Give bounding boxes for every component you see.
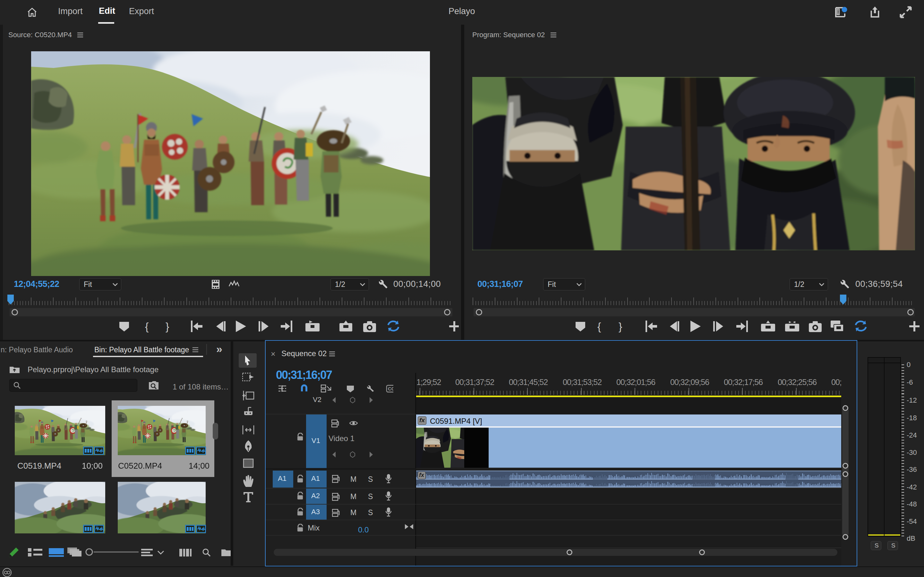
svg-text:{: {: [145, 320, 149, 332]
svg-text:}: }: [166, 320, 169, 332]
svg-text:{: {: [598, 320, 601, 332]
svg-text:}: }: [619, 320, 622, 332]
svg-text:CC: CC: [388, 386, 393, 392]
